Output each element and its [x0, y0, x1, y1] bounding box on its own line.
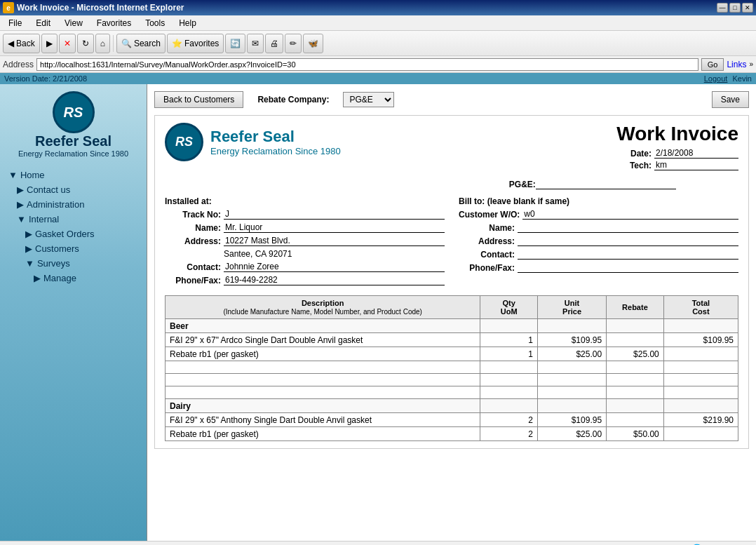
table-row: Rebate rb1 (per gasket) 1 $25.00 $25.00	[166, 347, 738, 361]
search-icon: 🔍	[121, 39, 132, 48]
bill-addr-input[interactable]	[518, 236, 738, 246]
inst-name-label: Name:	[165, 223, 221, 233]
minimize-btn[interactable]: —	[717, 3, 728, 13]
separator	[113, 35, 114, 52]
sidebar-item-label: Internal	[29, 214, 59, 224]
inst-addr-label: Address:	[165, 236, 221, 246]
menu-edit[interactable]: Edit	[30, 17, 56, 29]
date-input[interactable]	[654, 148, 738, 159]
nav-triangle: ▶	[25, 243, 32, 254]
favorites-icon: ⭐	[172, 39, 182, 48]
sidebar-logo-area: RS Reefer Seal Energy Reclamation Since …	[0, 84, 147, 165]
bill-phone-row: Phone/Fax:	[459, 262, 738, 273]
inst-contact-label: Contact:	[165, 262, 221, 272]
back-button[interactable]: ◀ Back	[3, 34, 40, 53]
inst-phone-label: Phone/Fax:	[165, 276, 221, 285]
refresh-button[interactable]: ↻	[77, 34, 94, 53]
address-input[interactable]	[36, 58, 698, 71]
mail-button[interactable]: ✉	[247, 34, 264, 53]
refresh-icon: ↻	[82, 39, 89, 48]
bill-contact-row: Contact:	[459, 249, 738, 260]
links-button[interactable]: Links	[727, 60, 746, 69]
table-row	[166, 374, 738, 386]
sidebar-item-internal[interactable]: ▼ Internal	[0, 212, 147, 227]
logout-link[interactable]: Logout	[704, 74, 728, 83]
sidebar-item-contact[interactable]: ▶ Contact us	[0, 182, 147, 197]
sidebar-item-label: Surveys	[37, 258, 70, 269]
back-to-customers-button[interactable]: Back to Customers	[154, 91, 243, 108]
search-button[interactable]: 🔍 Search	[116, 34, 166, 53]
sidebar-item-label: Manage	[43, 273, 76, 283]
stop-button[interactable]: ✕	[59, 34, 76, 53]
menu-help[interactable]: Help	[173, 17, 202, 29]
inst-contact-input[interactable]	[224, 262, 445, 272]
customer-wo-row: Customer W/O:	[459, 209, 738, 220]
sidebar-item-surveys[interactable]: ▼ Surveys	[0, 256, 147, 271]
print-icon: 🖨	[270, 39, 278, 48]
cust-wo-input[interactable]	[522, 209, 738, 220]
invoice-brand: Reefer Seal	[210, 128, 341, 146]
version-bar: Version Date: 2/21/2008 Logout Kevin	[0, 73, 756, 84]
pge-row: PG&E:	[165, 179, 738, 189]
rebate-label: Rebate Company:	[257, 95, 329, 105]
pge-input[interactable]	[536, 179, 676, 189]
bill-contact-input[interactable]	[518, 249, 738, 260]
edit-icon: ✏	[290, 39, 297, 48]
back-label: Back	[16, 39, 35, 48]
menu-favorites[interactable]: Favorites	[91, 17, 137, 29]
invoice-logo-area: RS Reefer Seal Energy Reclamation Since …	[165, 123, 341, 161]
nav-triangle: ▼	[25, 258, 34, 269]
bill-name-input[interactable]	[518, 222, 738, 233]
table-row: Rebate rb1 (per gasket) 2 $25.00 $50.00	[166, 427, 738, 441]
installed-contact-row: Contact:	[165, 262, 445, 272]
nav-triangle: ▶	[17, 199, 24, 210]
go-button[interactable]: Go	[701, 58, 724, 71]
favorites-button[interactable]: ⭐ Favorites	[167, 34, 224, 53]
menu-file[interactable]: File	[3, 17, 27, 29]
msn-button[interactable]: 🦋	[303, 34, 323, 53]
forward-button[interactable]: ▶	[41, 34, 58, 53]
title-bar: e Work Invoice - Microsoft Internet Expl…	[0, 0, 756, 15]
menu-view[interactable]: View	[59, 17, 88, 29]
media-button[interactable]: 🔄	[225, 34, 245, 53]
inst-phone-input[interactable]	[224, 275, 445, 285]
save-button[interactable]: Save	[712, 91, 749, 108]
sidebar-item-gasket-orders[interactable]: ▶ Gasket Orders	[0, 227, 147, 241]
favorites-label: Favorites	[184, 39, 219, 48]
expand-icon: »	[749, 60, 753, 68]
inst-addr-input[interactable]	[224, 236, 445, 246]
inst-name-input[interactable]	[224, 222, 445, 233]
toolbar: ◀ Back ▶ ✕ ↻ ⌂ 🔍 Search ⭐ Favorites 🔄 ✉ …	[0, 31, 756, 56]
menu-tools[interactable]: Tools	[140, 17, 170, 29]
rebate-company-select[interactable]: PG&E SDG&E SCE	[343, 92, 394, 107]
unit-price-header: UnitPrice	[538, 296, 607, 319]
invoice-tagline: Energy Reclamation Since 1980	[210, 146, 341, 156]
bill-phone-input[interactable]	[518, 262, 738, 273]
edit-button[interactable]: ✏	[285, 34, 302, 53]
installed-name-row: Name:	[165, 222, 445, 233]
bill-phone-label: Phone/Fax:	[459, 263, 515, 273]
maximize-btn[interactable]: □	[729, 3, 741, 13]
beer-section-header: Beer	[166, 319, 738, 333]
sidebar-brand: Reefer Seal	[7, 133, 140, 149]
home-button[interactable]: ⌂	[95, 34, 110, 53]
close-btn[interactable]: ✕	[742, 3, 753, 13]
tech-input[interactable]	[654, 160, 738, 170]
sidebar: RS Reefer Seal Energy Reclamation Since …	[0, 84, 147, 541]
sidebar-item-administration[interactable]: ▶ Administration	[0, 197, 147, 212]
search-label: Search	[134, 39, 161, 48]
track-input[interactable]	[224, 209, 445, 220]
print-button[interactable]: 🖨	[265, 34, 283, 53]
sidebar-item-label: Gasket Orders	[35, 229, 95, 239]
sidebar-item-manage[interactable]: ▶ Manage	[0, 271, 147, 285]
bill-contact-label: Contact:	[459, 250, 515, 260]
bill-name-row: Name:	[459, 222, 738, 233]
sidebar-item-home[interactable]: ▼ Home	[0, 168, 147, 182]
sidebar-logo-circle: RS	[53, 91, 95, 133]
msn-icon: 🦋	[308, 39, 318, 48]
sidebar-item-customers[interactable]: ▶ Customers	[0, 241, 147, 256]
forward-icon: ▶	[46, 39, 53, 48]
action-bar: Back to Customers Rebate Company: PG&E S…	[154, 91, 749, 108]
cust-wo-label: Customer W/O:	[459, 210, 520, 220]
table-row: F&I 29" x 65" Anthony Single Dart Double…	[166, 413, 738, 427]
